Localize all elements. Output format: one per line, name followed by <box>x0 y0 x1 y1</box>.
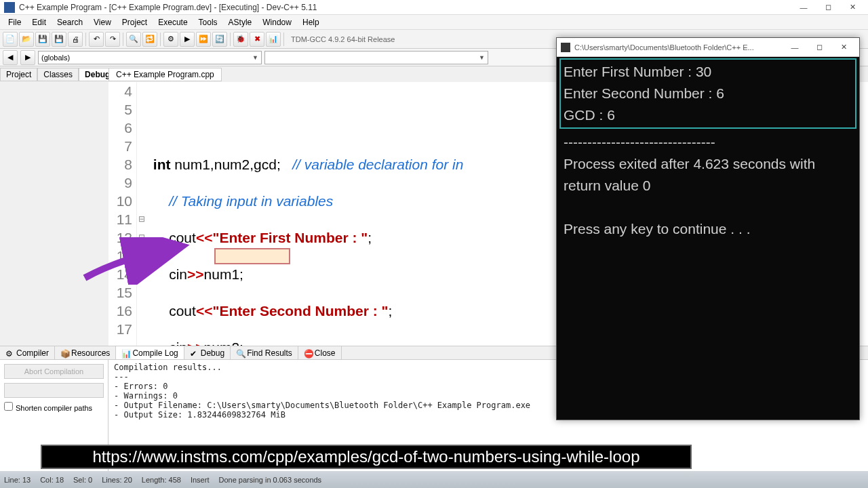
saveall-icon[interactable]: 💾 <box>52 32 66 47</box>
status-sel: Sel: 0 <box>73 476 92 484</box>
menu-edit[interactable]: Edit <box>26 16 52 28</box>
console-window: C:\Users\smarty\Documents\Bluetooth Fold… <box>556 37 860 420</box>
compile-run-icon[interactable]: ⏩ <box>196 32 211 47</box>
status-lines: Lines: 20 <box>102 476 132 484</box>
status-length: Length: 458 <box>142 476 181 484</box>
find-icon[interactable]: 🔍 <box>126 32 141 47</box>
open-icon[interactable]: 📂 <box>19 32 34 47</box>
tab-resources[interactable]: 📦Resources <box>55 346 116 359</box>
tab-close[interactable]: ⛔Close <box>298 346 342 359</box>
menu-tools[interactable]: Tools <box>193 16 223 28</box>
menubar: File Edit Search View Project Execute To… <box>0 15 868 30</box>
editor-tabs: C++ Example Program.cpp <box>108 68 222 81</box>
console-maximize-button[interactable]: ◻ <box>808 41 831 54</box>
debug-icon[interactable]: 🐞 <box>233 32 248 47</box>
url-overlay: https://www.instms.com/cpp/examples/gcd-… <box>41 445 692 469</box>
progress-bar <box>4 383 104 398</box>
profile-icon[interactable]: 📊 <box>266 32 281 47</box>
menu-execute[interactable]: Execute <box>153 16 193 28</box>
globals-combo[interactable]: (globals)▼ <box>38 51 262 64</box>
window-title: C++ Example Program - [C++ Example Progr… <box>19 3 317 12</box>
window-titlebar: C++ Example Program - [C++ Example Progr… <box>0 0 868 15</box>
menu-project[interactable]: Project <box>117 16 153 28</box>
new-icon[interactable]: 📄 <box>3 32 18 47</box>
run-icon[interactable]: ▶ <box>180 32 195 47</box>
rebuild-icon[interactable]: 🔄 <box>212 32 227 47</box>
side-tabs: Project Classes Debug <box>0 68 116 81</box>
function-combo[interactable]: ▼ <box>264 51 488 64</box>
console-minimize-button[interactable]: — <box>783 41 806 54</box>
minimize-button[interactable]: — <box>792 1 815 14</box>
save-icon[interactable]: 💾 <box>35 32 50 47</box>
menu-view[interactable]: View <box>88 16 117 28</box>
replace-icon[interactable]: 🔁 <box>142 32 157 47</box>
print-icon[interactable]: 🖨 <box>68 32 83 47</box>
tab-classes[interactable]: Classes <box>37 68 79 81</box>
menu-file[interactable]: File <box>3 16 26 28</box>
redo-icon[interactable]: ↷ <box>105 32 120 47</box>
console-title-text: C:\Users\smarty\Documents\Bluetooth Fold… <box>574 43 754 52</box>
fold-gutter: ⊟⊟ <box>137 82 146 346</box>
shorten-paths-checkbox[interactable]: Shorten compiler paths <box>4 402 104 412</box>
stop-icon[interactable]: ✖ <box>250 32 264 47</box>
status-insert: Insert <box>191 476 210 484</box>
fwd-icon[interactable]: ▶ <box>20 50 35 65</box>
menu-search[interactable]: Search <box>52 16 88 28</box>
status-line: Line: 13 <box>4 476 31 484</box>
close-button[interactable]: ✕ <box>841 1 864 14</box>
menu-window[interactable]: Window <box>257 16 297 28</box>
tab-find-results[interactable]: 🔍Find Results <box>231 346 298 359</box>
abort-compilation-button: Abort Compilation <box>4 364 104 379</box>
status-col: Col: 18 <box>40 476 64 484</box>
console-output[interactable]: Enter First Number : 30 Enter Second Num… <box>557 57 859 420</box>
app-icon <box>4 2 15 13</box>
menu-help[interactable]: Help <box>297 16 325 28</box>
console-icon <box>561 43 570 52</box>
undo-icon[interactable]: ↶ <box>89 32 104 47</box>
tab-project[interactable]: Project <box>0 68 37 81</box>
console-titlebar: C:\Users\smarty\Documents\Bluetooth Fold… <box>557 38 859 57</box>
tab-debug-bottom[interactable]: ✔Debug <box>184 346 231 359</box>
back-icon[interactable]: ◀ <box>3 50 18 65</box>
maximize-button[interactable]: ◻ <box>816 1 840 14</box>
menu-astyle[interactable]: AStyle <box>223 16 258 28</box>
compiler-select-label[interactable]: TDM-GCC 4.9.2 64-bit Release <box>287 35 399 43</box>
line-gutter: 456 789 101112 131415 1617 <box>108 82 137 346</box>
editor-tab-active[interactable]: C++ Example Program.cpp <box>108 68 222 81</box>
tab-compiler[interactable]: ⚙Compiler <box>0 346 55 359</box>
tab-compile-log[interactable]: 📊Compile Log <box>116 346 184 359</box>
console-close-button[interactable]: ✕ <box>832 41 855 54</box>
status-done: Done parsing in 0.063 seconds <box>218 476 321 484</box>
annotation-arrow <box>81 237 190 285</box>
statusbar: Line: 13 Col: 18 Sel: 0 Lines: 20 Length… <box>0 471 868 488</box>
compile-icon[interactable]: ⚙ <box>163 32 178 47</box>
